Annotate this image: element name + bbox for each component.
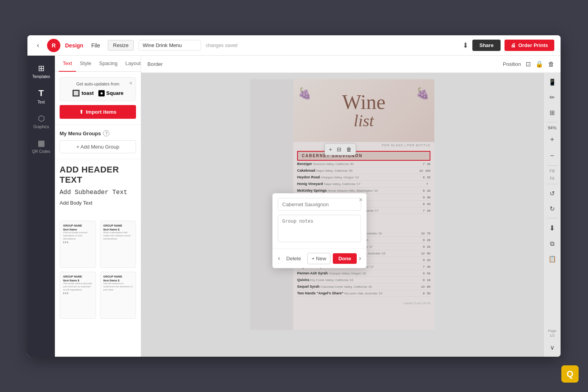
menu-groups-header: My Menu Groups ?: [60, 130, 136, 136]
property-bar: Border Position ⊡ 🔒 🗑: [141, 56, 561, 73]
templates-icon: ⊞: [38, 64, 45, 73]
app-logo: R: [47, 39, 60, 52]
add-body-text[interactable]: Add Body Text: [60, 200, 136, 206]
integration-banner: × Get auto-updates from 🔲 toast ■ Square: [60, 77, 136, 101]
banner-logos: 🔲 toast ■ Square: [65, 89, 131, 97]
banner-close-button[interactable]: ×: [129, 80, 132, 86]
modal-overlay: × ‹ Delete + New Done ›: [141, 73, 561, 357]
modal-done-button[interactable]: Done: [333, 253, 357, 264]
add-subheader-text[interactable]: Add Subheader Text: [60, 189, 136, 196]
bottom-logo[interactable]: Q: [561, 365, 579, 383]
modal-prev-button[interactable]: ‹: [278, 255, 280, 262]
group-notes-input[interactable]: [278, 215, 361, 242]
square-logo: ■ Square: [98, 90, 123, 96]
panel-tabs: Text Style Spacing Layout: [55, 56, 141, 72]
file-button[interactable]: File: [88, 41, 103, 50]
banner-title: Get auto-updates from: [65, 82, 131, 86]
document-title-input[interactable]: [138, 40, 201, 51]
top-bar: ‹ R Design File Resize changes saved ⬇ S…: [27, 35, 561, 56]
lock-icon-button[interactable]: 🔒: [535, 60, 543, 68]
template-card-3[interactable]: GROUP NAME Item Name $ The words used to…: [60, 272, 96, 319]
tab-layout[interactable]: Layout: [122, 56, 141, 72]
group-name-input[interactable]: [278, 198, 361, 211]
left-panel: Text Style Spacing Layout × Get auto-upd…: [55, 56, 141, 357]
add-menu-group-button[interactable]: + Add Menu Group: [60, 140, 136, 153]
download-button[interactable]: ⬇: [463, 41, 468, 50]
toast-logo: 🔲 toast: [72, 89, 94, 97]
position-label: Position: [503, 61, 521, 67]
share-button[interactable]: Share: [472, 40, 501, 51]
resize-button[interactable]: Resize: [108, 40, 134, 51]
toast-icon: 🔲: [72, 89, 80, 97]
modal-delete-button[interactable]: Delete: [282, 253, 305, 264]
back-button[interactable]: ‹: [34, 40, 42, 51]
qr-icon: ▦: [38, 138, 45, 148]
graphics-icon: ⬡: [38, 114, 45, 123]
import-icon: ⬆: [79, 109, 83, 115]
tab-text[interactable]: Text: [59, 56, 76, 72]
add-header-text[interactable]: ADD HEADER TEXT: [60, 165, 136, 185]
design-label: Design: [65, 42, 83, 49]
border-label: Border: [147, 61, 163, 67]
trash-icon-button[interactable]: 🗑: [548, 61, 554, 68]
order-prints-button[interactable]: 🖨 Order Prints: [505, 40, 554, 51]
logo-icon: Q: [566, 369, 573, 379]
sidebar-item-qrcodes[interactable]: ▦ QR Codes: [27, 134, 55, 158]
sidebar-item-text[interactable]: T Text: [27, 84, 55, 108]
icon-sidebar: ⊞ Templates T Text ⬡ Graphics ▦ QR Codes: [27, 56, 55, 357]
template-card-4[interactable]: GROUP NAME Item Name $ Use the seasons t…: [100, 272, 136, 319]
tab-style[interactable]: Style: [76, 56, 95, 72]
modal-body: [272, 193, 367, 249]
save-status: changes saved: [206, 43, 238, 48]
modal-footer: ‹ Delete + New Done ›: [272, 249, 367, 268]
square-icon: ■: [98, 90, 105, 96]
layout-icon-button[interactable]: ⊡: [526, 60, 531, 68]
text-icon: T: [38, 88, 44, 98]
modal-close-button[interactable]: ×: [359, 196, 363, 203]
template-card-2[interactable]: GROUP NAME Item Name $ Write a descripti…: [100, 221, 136, 268]
import-items-button[interactable]: ⬆ Import items: [60, 105, 136, 119]
printer-icon: 🖨: [511, 42, 516, 48]
sidebar-item-templates[interactable]: ⊞ Templates: [27, 60, 55, 83]
template-card-1[interactable]: GROUP NAME Item Name Call out locally so…: [60, 221, 96, 268]
template-grid: GROUP NAME Item Name Call out locally so…: [55, 217, 141, 323]
info-icon[interactable]: ?: [103, 130, 109, 136]
tab-spacing[interactable]: Spacing: [95, 56, 122, 72]
modal-new-button[interactable]: + New: [307, 253, 330, 264]
sidebar-item-graphics[interactable]: ⬡ Graphics: [27, 110, 55, 133]
modal-next-button[interactable]: ›: [359, 255, 361, 262]
group-edit-modal: × ‹ Delete + New Done ›: [272, 193, 367, 268]
